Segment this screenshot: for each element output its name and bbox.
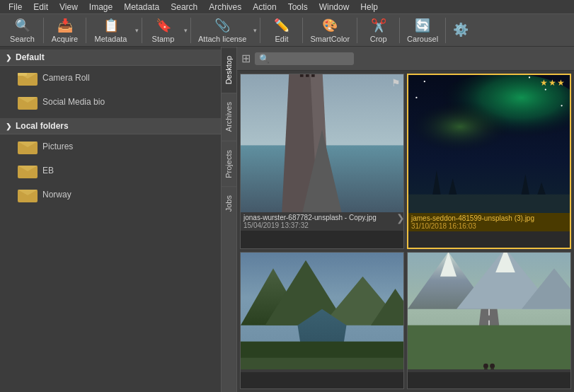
right-panel: ⊞ 🔍 [237, 47, 574, 392]
sidebar-item-pictures[interactable]: Pictures [0, 134, 221, 158]
settings-button[interactable]: ⚙️ [447, 16, 474, 45]
acquire-icon: 📥 [57, 18, 73, 33]
road-svg [408, 253, 570, 369]
gallery-item-3[interactable] [240, 252, 404, 389]
gallery-item-4[interactable] [407, 252, 571, 389]
menu-edit[interactable]: Edit [28, 1, 54, 13]
separator-8 [399, 18, 400, 43]
gallery-toolbar: ⊞ 🔍 [237, 47, 574, 71]
separator-9 [445, 18, 446, 43]
svg-rect-12 [241, 145, 403, 212]
separator-1 [43, 18, 44, 43]
menu-window[interactable]: Window [314, 1, 355, 13]
norway-label: Norway [42, 190, 71, 200]
main-layout: ❯ Default Camera Roll [0, 47, 574, 392]
gallery-grid: ⚑ jonas-wurster-687782-unsplash - Copy.j… [237, 71, 574, 392]
stamp-button[interactable]: 🔖 Stamp [144, 16, 183, 45]
crop-button[interactable]: ✂️ Crop [359, 16, 398, 45]
pictures-label: Pictures [42, 142, 73, 151]
gallery-item-1[interactable]: ⚑ jonas-wurster-687782-unsplash - Copy.j… [240, 74, 404, 249]
scroll-down-icon[interactable]: ❯ [396, 212, 405, 224]
separator-6 [302, 18, 303, 43]
aurora-svg [408, 75, 570, 213]
img-info-1: jonas-wurster-687782-unsplash - Copy.jpg… [241, 212, 403, 231]
sidebar-tree: ❯ Default Camera Roll [0, 47, 221, 392]
sidebar-item-eb[interactable]: EB [0, 158, 221, 183]
carousel-button[interactable]: 🔄 Carousel [401, 16, 444, 45]
stars-2: ★★★ [540, 78, 566, 88]
menu-help[interactable]: Help [355, 1, 384, 13]
stamp-dropdown-arrow[interactable]: ▾ [183, 16, 189, 45]
tab-jobs[interactable]: Jobs [222, 186, 236, 220]
sidebar-item-norway[interactable]: Norway [0, 183, 221, 207]
menu-view[interactable]: View [54, 1, 84, 13]
toolbar: 🔍 Search 📥 Acquire 📋 Metadata ▾ 🔖 Stamp … [0, 14, 574, 47]
aurora-container [408, 75, 570, 213]
svg-point-52 [483, 364, 488, 369]
sidebar-item-social-media-bio[interactable]: Social Media bio [0, 90, 221, 114]
metadata-icon: 📋 [103, 18, 119, 33]
gallery-search-box: 🔍 [255, 52, 354, 65]
datetime-1: 15/04/2019 13:37:32 [243, 221, 401, 229]
smartcolor-icon: 🎨 [322, 18, 338, 33]
fjord-svg [241, 253, 403, 369]
svg-point-28 [415, 97, 417, 98]
camera-roll-icon [17, 69, 38, 86]
svg-point-27 [545, 88, 546, 90]
stamp-icon: 🔖 [156, 18, 171, 33]
smartcolor-button[interactable]: 🎨 SmartColor [304, 16, 355, 45]
svg-rect-20 [311, 74, 315, 77]
attach-license-label: Attach license [198, 35, 246, 43]
section-default[interactable]: ❯ Default [0, 50, 221, 66]
menu-archives[interactable]: Archives [203, 1, 247, 13]
img-info-2: james-seddon-481599-unsplash (3).jpg 31/… [408, 213, 570, 231]
edit-icon: ✏️ [274, 18, 289, 33]
menu-search[interactable]: Search [165, 1, 203, 13]
expand-default-icon: ❯ [6, 54, 11, 62]
metadata-button[interactable]: 📋 Metadata [88, 16, 134, 45]
gallery-item-2[interactable]: ★★★ james-seddon-481599-unsplash (3).jpg… [407, 74, 571, 249]
gallery-image-1 [241, 74, 403, 212]
menu-file[interactable]: File [3, 1, 28, 13]
tab-archives[interactable]: Archives [222, 93, 236, 140]
attach-license-dropdown-arrow[interactable]: ▾ [252, 16, 258, 45]
gallery-search-input[interactable] [270, 54, 348, 64]
cliff-svg [241, 74, 403, 212]
acquire-label: Acquire [52, 35, 78, 43]
filename-2: james-seddon-481599-unsplash (3).jpg [411, 214, 567, 222]
grid-view-icon[interactable]: ⊞ [241, 52, 251, 65]
tab-projects[interactable]: Projects [222, 141, 236, 187]
crop-label: Crop [370, 35, 387, 43]
metadata-label: Metadata [95, 35, 127, 43]
acquire-button[interactable]: 📥 Acquire [45, 16, 84, 45]
attach-license-button[interactable]: 📎 Attach license [193, 16, 252, 45]
carousel-icon: 🔄 [415, 18, 430, 33]
fjord-container [241, 253, 403, 369]
img-info-3 [241, 369, 403, 372]
search-button[interactable]: 🔍 Search [3, 16, 42, 45]
svg-rect-53 [484, 369, 488, 369]
menu-metadata[interactable]: Metadata [118, 1, 165, 13]
svg-rect-51 [408, 325, 570, 369]
search-label: Search [10, 35, 35, 43]
camera-roll-label: Camera Roll [42, 73, 90, 83]
metadata-dropdown-arrow[interactable]: ▾ [134, 16, 140, 45]
svg-point-26 [529, 76, 530, 78]
edit-button[interactable]: ✏️ Edit [262, 16, 301, 45]
tab-desktop[interactable]: Desktop [222, 47, 236, 93]
separator-3 [142, 18, 142, 43]
sidebar-item-camera-roll[interactable]: Camera Roll [0, 66, 221, 90]
menu-image[interactable]: Image [84, 1, 118, 13]
menu-tools[interactable]: Tools [282, 1, 314, 13]
settings-icon: ⚙️ [453, 22, 469, 38]
section-local-folders[interactable]: ❯ Local folders [0, 118, 221, 134]
svg-point-29 [561, 105, 562, 106]
svg-rect-55 [490, 369, 494, 369]
svg-point-54 [490, 364, 495, 369]
menu-action[interactable]: Action [247, 1, 282, 13]
svg-rect-18 [306, 74, 309, 77]
expand-local-folders-icon: ❯ [6, 122, 11, 130]
datetime-2: 31/10/2018 16:16:03 [411, 222, 567, 230]
separator-7 [357, 18, 357, 43]
edit-label: Edit [275, 35, 289, 43]
